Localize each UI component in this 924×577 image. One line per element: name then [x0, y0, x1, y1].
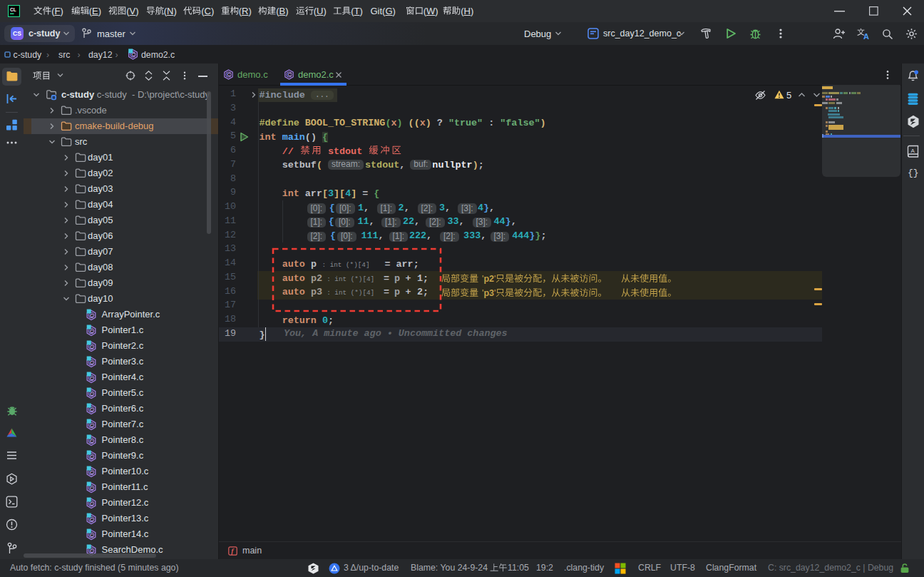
- svg-text:CL: CL: [10, 7, 16, 12]
- svg-text:C: C: [90, 438, 93, 443]
- svg-text:A: A: [863, 32, 869, 40]
- svg-text:C: C: [90, 407, 93, 412]
- svg-text:f: f: [231, 547, 235, 555]
- svg-text:C: C: [287, 72, 291, 77]
- svg-text:C: C: [90, 548, 93, 553]
- svg-text:C: C: [90, 501, 93, 506]
- svg-text:C: C: [90, 422, 93, 427]
- svg-text:C: C: [90, 344, 93, 349]
- svg-text:C: C: [90, 454, 93, 459]
- svg-text:C: C: [90, 516, 93, 521]
- svg-text:C: C: [90, 312, 93, 317]
- svg-text:C: C: [90, 359, 93, 364]
- svg-text:A: A: [911, 148, 915, 154]
- svg-text:C: C: [90, 391, 93, 396]
- svg-text:C: C: [90, 485, 93, 490]
- svg-text:C: C: [90, 328, 93, 333]
- svg-text:C: C: [90, 469, 93, 474]
- svg-text:C: C: [90, 532, 93, 537]
- svg-text:C: C: [227, 72, 230, 77]
- svg-text:C: C: [90, 375, 93, 380]
